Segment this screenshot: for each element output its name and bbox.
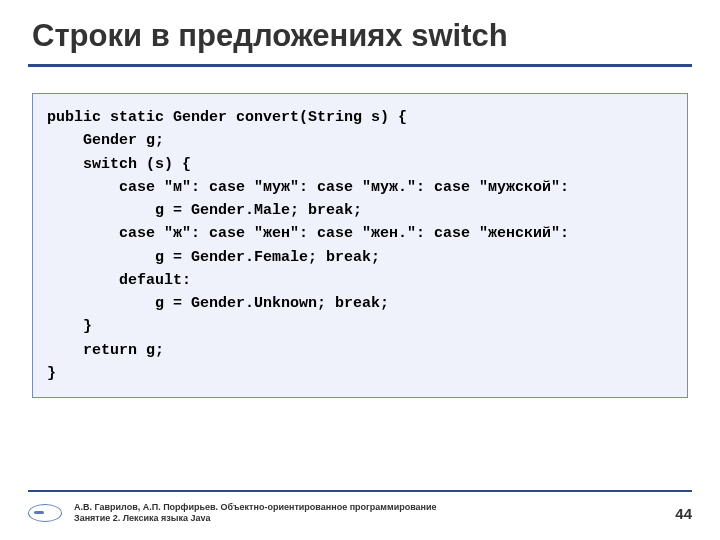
footer-lesson: Занятие 2. Лексика языка Java: [74, 513, 437, 524]
slide-title: Строки в предложениях switch: [28, 18, 692, 54]
footer-divider: [28, 490, 692, 492]
logo-icon: [28, 500, 64, 526]
code-block: public static Gender convert(String s) {…: [32, 93, 688, 398]
title-underline: [28, 64, 692, 67]
footer-text: А.В. Гаврилов, А.П. Порфирьев. Объектно-…: [74, 502, 437, 525]
page-number: 44: [675, 505, 692, 522]
footer: А.В. Гаврилов, А.П. Порфирьев. Объектно-…: [28, 490, 692, 526]
footer-authors: А.В. Гаврилов, А.П. Порфирьев. Объектно-…: [74, 502, 437, 513]
